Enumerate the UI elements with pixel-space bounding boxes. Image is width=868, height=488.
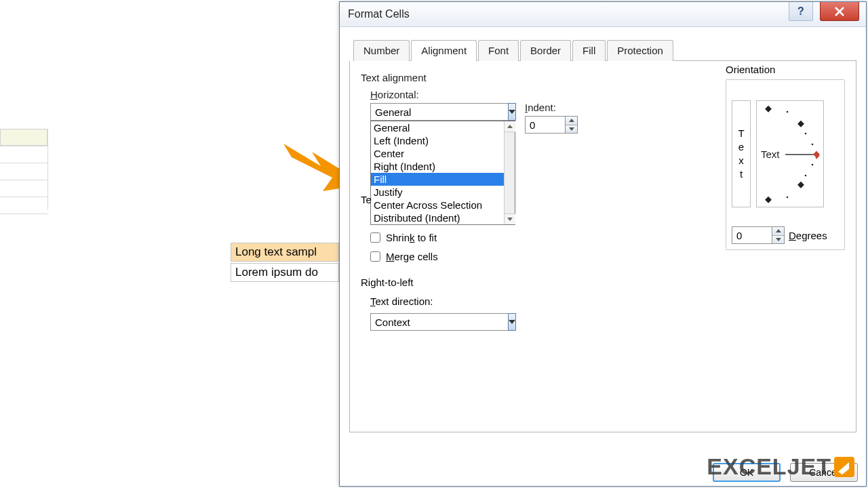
dropdown-option[interactable]: Center Across Selection xyxy=(371,199,504,211)
text-direction-combo[interactable] xyxy=(370,313,465,331)
svg-point-14 xyxy=(805,133,807,135)
orientation-frame: T e x t Text xyxy=(726,79,845,250)
text-direction-dropdown-button[interactable] xyxy=(508,313,516,331)
tab-border[interactable]: Border xyxy=(520,40,571,61)
svg-marker-21 xyxy=(776,229,781,232)
gridline xyxy=(0,180,48,180)
dialog-title: Format Cells xyxy=(348,8,410,20)
orientation-group: Orientation T e x t Text xyxy=(726,64,845,250)
svg-marker-1 xyxy=(509,110,515,114)
right-to-left-label: Right-to-left xyxy=(361,277,414,288)
tab-font[interactable]: Font xyxy=(478,40,519,61)
orientation-horizontal-text: Text xyxy=(761,148,780,160)
horizontal-combo[interactable] xyxy=(370,103,514,121)
svg-marker-5 xyxy=(569,127,574,131)
svg-marker-22 xyxy=(776,238,781,241)
dropdown-option[interactable]: Justify xyxy=(371,186,504,199)
shrink-to-fit-checkbox[interactable]: Shrink to fit Shrink to fit xyxy=(370,232,437,243)
degrees-input[interactable] xyxy=(732,226,772,244)
svg-rect-20 xyxy=(813,151,820,158)
text-control-label-partial: Te xyxy=(361,194,372,205)
spin-up-icon[interactable] xyxy=(772,227,784,236)
degrees-spin-buttons[interactable] xyxy=(772,226,785,244)
svg-marker-6 xyxy=(509,320,515,324)
dropdown-option[interactable]: General xyxy=(371,121,504,134)
dropdown-option[interactable]: Right (Indent) xyxy=(371,160,504,173)
orientation-vertical-text[interactable]: T e x t xyxy=(732,100,751,207)
scroll-up-icon[interactable] xyxy=(505,121,515,132)
scroll-down-icon[interactable] xyxy=(505,214,515,224)
spreadsheet-background: Long text sampl Lorem ipsum do xyxy=(0,0,339,488)
chevron-down-icon xyxy=(509,320,515,324)
watermark-icon xyxy=(833,455,856,479)
chevron-down-icon xyxy=(509,110,515,114)
dialog-tabs: Number Alignment Font Border Fill Protec… xyxy=(353,39,856,61)
cell xyxy=(0,129,47,146)
gridline xyxy=(0,146,48,146)
dropdown-scrollbar[interactable] xyxy=(504,121,515,224)
indent-label: Indent: xyxy=(525,102,580,113)
gridline xyxy=(0,163,48,163)
svg-rect-10 xyxy=(797,121,804,127)
close-icon xyxy=(834,7,845,16)
shrink-label: Shrink to fit xyxy=(386,232,437,243)
svg-rect-11 xyxy=(797,182,804,188)
svg-point-15 xyxy=(812,144,814,146)
svg-rect-12 xyxy=(765,197,772,203)
indent-input[interactable] xyxy=(525,116,566,134)
tab-protection[interactable]: Protection xyxy=(607,40,673,61)
svg-point-13 xyxy=(787,111,789,113)
watermark-text: EXCELJET xyxy=(707,453,831,480)
horizontal-input[interactable] xyxy=(370,103,508,121)
degrees-label: Degrees xyxy=(789,230,827,241)
sample-cell[interactable]: Lorem ipsum do xyxy=(231,263,339,282)
shrink-checkbox-input[interactable] xyxy=(370,232,380,243)
svg-point-19 xyxy=(787,197,789,199)
alignment-panel: Text alignment HHorizontal:orizontal: Ge… xyxy=(349,61,856,432)
merge-cells-checkbox[interactable]: Merge cells Merge cells xyxy=(370,251,438,262)
format-cells-dialog: Format Cells ? Number Alignment Font Bor… xyxy=(339,1,867,487)
indent-spin-buttons[interactable] xyxy=(566,116,578,134)
gridline xyxy=(0,197,48,197)
svg-point-17 xyxy=(812,164,814,166)
close-button[interactable] xyxy=(820,2,859,21)
text-direction-label: Text direction: xyxy=(370,296,433,307)
dialog-titlebar[interactable]: Format Cells ? xyxy=(340,2,866,27)
svg-marker-4 xyxy=(569,119,574,122)
orientation-dial-icon: Text xyxy=(757,101,825,208)
sample-cell-selected[interactable]: Long text sampl xyxy=(231,243,339,262)
horizontal-dropdown-button[interactable] xyxy=(508,103,516,121)
svg-marker-2 xyxy=(507,125,513,128)
indent-group: Indent: Indent: xyxy=(525,100,580,134)
merge-label: Merge cells xyxy=(386,251,438,262)
dropdown-option-highlighted[interactable]: Fill xyxy=(371,173,504,186)
horizontal-dropdown-list[interactable]: General Left (Indent) Center Right (Inde… xyxy=(370,121,515,225)
watermark: EXCELJET xyxy=(707,453,856,480)
help-button[interactable]: ? xyxy=(789,2,813,21)
svg-point-18 xyxy=(805,175,807,177)
dropdown-option[interactable]: Left (Indent) xyxy=(371,134,504,147)
tab-alignment[interactable]: Alignment xyxy=(411,40,477,61)
orientation-dial[interactable]: Text xyxy=(756,100,824,207)
orientation-label: Orientation xyxy=(726,64,845,75)
tab-fill[interactable]: Fill xyxy=(572,40,606,61)
tab-number[interactable]: Number xyxy=(353,40,410,61)
dropdown-option[interactable]: Distributed (Indent) xyxy=(371,211,504,224)
spin-down-icon[interactable] xyxy=(772,236,784,244)
spin-down-icon[interactable] xyxy=(566,125,577,134)
gridline xyxy=(0,214,48,214)
svg-marker-3 xyxy=(507,218,513,221)
indent-spinner[interactable] xyxy=(525,116,580,134)
text-direction-input[interactable] xyxy=(370,313,508,331)
degrees-spinner[interactable] xyxy=(732,226,786,244)
svg-rect-9 xyxy=(765,106,772,113)
gridline xyxy=(47,129,48,210)
spin-up-icon[interactable] xyxy=(566,117,577,125)
dropdown-option[interactable]: Center xyxy=(371,147,504,160)
merge-checkbox-input[interactable] xyxy=(370,251,380,262)
